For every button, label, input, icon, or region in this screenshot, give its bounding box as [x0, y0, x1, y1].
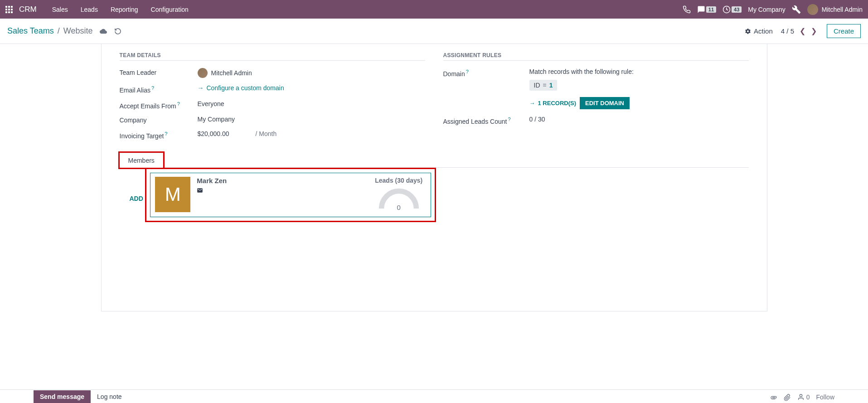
member-info: Mark Zen	[197, 177, 369, 212]
arrow-right-icon: →	[198, 84, 204, 92]
help-icon[interactable]: ?	[508, 117, 510, 122]
value-accept-emails[interactable]: Everyone	[198, 100, 425, 107]
configure-domain-link[interactable]: → Configure a custom domain	[198, 84, 284, 92]
value-assigned-leads: 0 / 30	[529, 116, 749, 123]
member-card-highlight: M Mark Zen Leads (30 days) 0	[145, 168, 436, 222]
phone-icon[interactable]	[683, 5, 691, 14]
help-icon[interactable]: ?	[151, 85, 154, 91]
user-name: Mitchell Admin	[822, 6, 863, 13]
label-accept-emails: Accept Emails From	[120, 102, 176, 109]
topbar-right: 11 43 My Company Mitchell Admin	[683, 0, 863, 19]
avatar-icon	[198, 68, 208, 78]
avatar-icon	[807, 4, 818, 15]
activities-icon[interactable]: 43	[723, 5, 742, 14]
pager: 4 / 5 ❮ ❯	[781, 26, 819, 36]
member-avatar: M	[155, 177, 190, 212]
nav-sales[interactable]: Sales	[46, 0, 74, 19]
label-assigned-leads: Assigned Leads Count	[443, 118, 507, 125]
label-email-alias: Email Alias	[120, 87, 150, 94]
subbar: Sales Teams / Website Action 4 / 5 ❮ ❯ C…	[0, 19, 868, 44]
leads-column: Leads (30 days) 0	[375, 177, 422, 212]
label-domain: Domain	[443, 70, 465, 78]
nav-configuration[interactable]: Configuration	[145, 0, 195, 19]
content-scroll[interactable]: TEAM DETAILS Team Leader Mitchell Admin …	[0, 44, 868, 389]
nav-leads[interactable]: Leads	[74, 0, 104, 19]
arrow-right-icon: →	[529, 100, 535, 107]
gauge-value: 0	[377, 204, 421, 211]
add-member-link[interactable]: ADD	[130, 195, 143, 202]
value-invoicing-target[interactable]: $20,000.00 / Month	[198, 130, 425, 137]
label-team-leader: Team Leader	[120, 68, 198, 76]
match-text: Match records with the following rule:	[529, 68, 749, 75]
records-link[interactable]: → 1 RECORD(S)	[529, 100, 577, 107]
create-button[interactable]: Create	[827, 24, 861, 38]
tabs: Members	[120, 152, 749, 168]
activities-badge: 43	[732, 6, 742, 13]
topbar-left: CRM Sales Leads Reporting Configuration	[5, 0, 195, 19]
label-invoicing-target: Invoicing Target	[120, 132, 164, 140]
debug-icon[interactable]	[792, 5, 801, 14]
apps-icon[interactable]	[5, 6, 13, 13]
action-dropdown[interactable]: Action	[745, 27, 773, 35]
discard-icon[interactable]	[114, 27, 121, 35]
breadcrumb: Sales Teams / Website	[7, 26, 121, 36]
action-label: Action	[754, 27, 773, 35]
assignment-rules-title: ASSIGNMENT RULES	[443, 52, 749, 61]
pager-text: 4 / 5	[781, 27, 794, 35]
team-details-title: TEAM DETAILS	[120, 52, 425, 61]
cloud-icon[interactable]	[100, 27, 107, 35]
user-menu[interactable]: Mitchell Admin	[807, 4, 863, 15]
pager-next[interactable]: ❯	[809, 26, 819, 36]
member-card[interactable]: M Mark Zen Leads (30 days) 0	[150, 173, 431, 217]
value-team-leader[interactable]: Mitchell Admin	[198, 68, 425, 78]
breadcrumb-current: Website	[63, 26, 93, 36]
help-icon[interactable]: ?	[177, 101, 180, 107]
assignment-rules-section: ASSIGNMENT RULES Domain? Match records w…	[443, 52, 749, 146]
messages-icon[interactable]: 11	[697, 5, 716, 14]
form-sheet: TEAM DETAILS Team Leader Mitchell Admin …	[101, 44, 767, 311]
member-name: Mark Zen	[197, 177, 369, 185]
subbar-right: Action 4 / 5 ❮ ❯ Create	[745, 24, 861, 38]
edit-domain-button[interactable]: EDIT DOMAIN	[580, 97, 630, 109]
breadcrumb-sep: /	[58, 26, 60, 36]
leads-label: Leads (30 days)	[375, 177, 422, 184]
help-icon[interactable]: ?	[466, 69, 469, 74]
messages-badge: 11	[706, 6, 716, 13]
company-switcher[interactable]: My Company	[748, 0, 785, 19]
value-company[interactable]: My Company	[198, 116, 425, 123]
topbar: CRM Sales Leads Reporting Configuration …	[0, 0, 868, 19]
nav-reporting[interactable]: Reporting	[104, 0, 145, 19]
gauge-icon: 0	[377, 187, 421, 209]
help-icon[interactable]: ?	[165, 131, 167, 136]
label-company: Company	[120, 116, 198, 124]
brand[interactable]: CRM	[19, 5, 37, 14]
tab-members[interactable]: Members	[120, 153, 163, 168]
team-details-section: TEAM DETAILS Team Leader Mitchell Admin …	[120, 52, 425, 146]
pager-prev[interactable]: ❮	[798, 26, 807, 36]
breadcrumb-parent[interactable]: Sales Teams	[7, 26, 54, 36]
domain-chip[interactable]: ID = 1	[529, 80, 558, 91]
gear-icon	[745, 28, 751, 34]
mail-icon[interactable]	[197, 186, 369, 194]
